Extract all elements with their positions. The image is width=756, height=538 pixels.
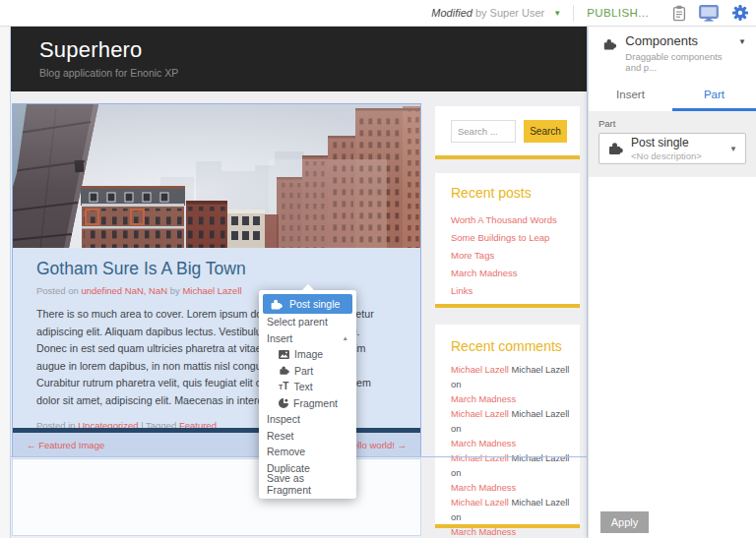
context-menu-header[interactable]: Post single xyxy=(263,294,352,314)
recent-post-link[interactable]: Some Buildings to Leap xyxy=(451,232,549,243)
part-puzzle-icon xyxy=(270,298,283,311)
post-pagination: ← Featured Image Hello world! → xyxy=(13,433,420,456)
text-icon: TT xyxy=(279,382,288,391)
menu-item-label: Fragment xyxy=(293,397,338,409)
recent-comments-widget: Recent comments Michael Lazell Michael L… xyxy=(435,325,580,528)
site-tagline: Blog application for Enonic XP xyxy=(39,67,587,79)
menu-item-inspect[interactable]: Inspect xyxy=(263,411,352,428)
status-dropdown-caret-icon[interactable]: ▼ xyxy=(553,9,561,18)
part-puzzle-icon xyxy=(607,141,623,156)
comment-author-link[interactable]: Michael Lazell xyxy=(451,365,509,375)
apply-button[interactable]: Apply xyxy=(600,511,649,533)
menu-item-label: Inspect xyxy=(267,413,300,425)
post-title[interactable]: Gotham Sure Is A Big Town xyxy=(36,259,397,279)
search-button[interactable]: Search xyxy=(524,120,567,143)
menu-item-insert-part[interactable]: Part xyxy=(263,363,352,380)
dropdown-caret-icon[interactable]: ▼ xyxy=(729,145,737,153)
posted-on-label: Posted on xyxy=(36,285,81,296)
recent-post-link[interactable]: More Tags xyxy=(451,250,494,261)
panel-collapse-caret-icon[interactable]: ▼ xyxy=(738,37,746,46)
menu-item-insert-fragment[interactable]: Fragment xyxy=(263,395,352,412)
blog-sidebar: Search Recent posts Worth A Thousand Wor… xyxy=(435,106,580,528)
status-author-label: by Super User xyxy=(472,7,544,19)
search-input[interactable] xyxy=(451,120,516,143)
menu-item-save-as-fragment[interactable]: Save as Fragment xyxy=(263,476,352,493)
part-selector-dropdown[interactable]: Post single <No description> ▼ xyxy=(598,133,746,164)
components-inspector-panel: Components Draggable components and p...… xyxy=(589,27,756,538)
comment-item: Michael Lazell Michael Lazell on March M… xyxy=(451,451,570,496)
comment-author-link[interactable]: Michael Lazell xyxy=(451,409,509,419)
recent-post-link[interactable]: Worth A Thousand Words xyxy=(451,214,557,225)
prev-post-link[interactable]: ← Featured Image xyxy=(27,440,104,450)
components-puzzle-icon xyxy=(602,35,616,53)
recent-posts-title: Recent posts xyxy=(451,185,570,201)
toolbar-divider xyxy=(573,5,574,22)
menu-item-label: Reset xyxy=(267,430,293,442)
site-title: Superhero xyxy=(39,37,587,63)
menu-item-label: Insert xyxy=(267,332,292,344)
context-menu-title: Post single xyxy=(289,298,340,310)
preview-monitor-icon[interactable] xyxy=(699,5,719,22)
inspector-tabs: Insert Part xyxy=(589,83,756,111)
menu-item-insert-text[interactable]: TT Text xyxy=(263,379,352,395)
inspector-title: Components xyxy=(625,33,729,48)
recent-comments-title: Recent comments xyxy=(451,338,570,354)
menu-item-label: Image xyxy=(294,348,323,360)
post-date-link[interactable]: undefined NaN, NaN xyxy=(81,285,167,296)
list-item: March Madness xyxy=(451,264,570,281)
comment-author-link[interactable]: Michael Lazell xyxy=(451,453,509,463)
comment-post-link[interactable]: March Madness xyxy=(451,394,516,404)
selected-part-name: Post single xyxy=(631,136,702,149)
menu-item-reset[interactable]: Reset xyxy=(263,428,352,445)
menu-item-label: Select parent xyxy=(267,316,328,328)
by-label: by xyxy=(167,285,182,296)
settings-gear-icon[interactable] xyxy=(731,4,749,22)
menu-item-label: Part xyxy=(294,365,313,377)
component-context-menu: Post single Select parent Insert ▲ Image… xyxy=(259,290,356,499)
part-form-section: Part Post single <No description> ▼ xyxy=(589,111,756,177)
menu-item-label: Save as Fragment xyxy=(267,472,348,496)
inspector-subtitle: Draggable components and p... xyxy=(625,51,729,73)
selected-part-description: <No description> xyxy=(631,150,702,161)
content-status: Modified by Super User xyxy=(431,7,544,19)
post-single-part[interactable]: Gotham Sure Is A Big Town Posted on unde… xyxy=(12,103,421,457)
top-toolbar: Modified by Super User ▼ PUBLISH... xyxy=(0,0,756,27)
post-featured-image xyxy=(13,104,420,248)
comment-item: Michael Lazell Michael Lazell on March M… xyxy=(451,496,570,538)
list-item: Links xyxy=(451,281,570,299)
comment-author-link[interactable]: Michael Lazell xyxy=(451,498,509,508)
image-icon xyxy=(279,350,289,359)
recent-post-link[interactable]: March Madness xyxy=(451,268,518,278)
collapse-icon[interactable]: ▲ xyxy=(343,334,348,341)
tab-part[interactable]: Part xyxy=(672,83,756,111)
menu-item-label: Text xyxy=(293,381,312,392)
clipboard-icon[interactable] xyxy=(672,5,686,22)
list-item: Some Buildings to Leap xyxy=(451,228,570,246)
fragment-icon xyxy=(279,398,288,408)
list-item: More Tags xyxy=(451,246,570,264)
inspector-header: Components Draggable components and p...… xyxy=(589,27,756,75)
site-header: Superhero Blog application for Enonic XP xyxy=(11,27,587,91)
search-widget: Search xyxy=(435,106,580,159)
menu-item-remove[interactable]: Remove xyxy=(263,444,352,460)
menu-item-label: Remove xyxy=(267,446,305,457)
part-field-label: Part xyxy=(598,118,746,129)
publish-button[interactable]: PUBLISH... xyxy=(587,7,649,19)
recent-posts-widget: Recent posts Worth A Thousand Words Some… xyxy=(435,173,580,308)
part-puzzle-icon xyxy=(279,365,289,376)
comment-post-link[interactable]: March Madness xyxy=(451,439,516,448)
menu-item-insert-image[interactable]: Image xyxy=(263,346,352,363)
comment-item: Michael Lazell Michael Lazell on March M… xyxy=(451,407,570,451)
comment-item: Michael Lazell Michael Lazell on March M… xyxy=(451,363,570,407)
tab-insert[interactable]: Insert xyxy=(589,83,672,111)
post-author-link[interactable]: Michael Lazell xyxy=(182,285,241,296)
list-item: Worth A Thousand Words xyxy=(451,210,570,228)
footer-region-placeholder[interactable] xyxy=(12,458,421,536)
menu-item-select-parent[interactable]: Select parent xyxy=(263,314,352,330)
recent-post-link[interactable]: Links xyxy=(451,285,472,296)
status-modified-label: Modified xyxy=(431,7,472,19)
comment-post-link[interactable]: March Madness xyxy=(451,527,516,537)
comment-post-link[interactable]: March Madness xyxy=(451,483,516,493)
menu-item-insert[interactable]: Insert ▲ xyxy=(263,330,352,347)
